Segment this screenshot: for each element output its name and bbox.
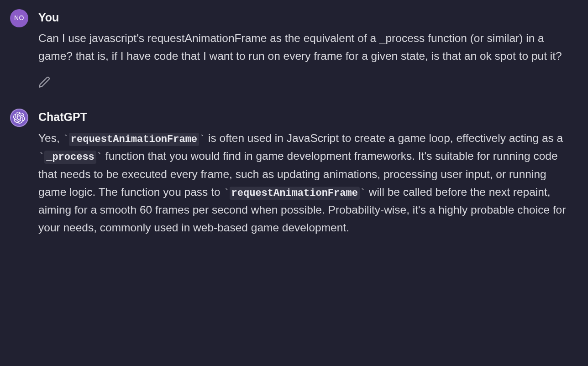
backtick: ` — [199, 134, 205, 145]
backtick: ` — [223, 188, 229, 199]
user-message-content: You Can I use javascript's requestAnimat… — [38, 8, 577, 93]
text-segment: Yes, — [38, 132, 63, 144]
assistant-message-content: ChatGPT Yes, `requestAnimationFrame` is … — [38, 108, 577, 237]
text-segment: is often used in JavaScript to create a … — [205, 132, 563, 144]
assistant-message: ChatGPT Yes, `requestAnimationFrame` is … — [10, 108, 578, 237]
backtick: ` — [360, 188, 366, 199]
openai-logo-icon — [13, 112, 25, 124]
inline-code: _process — [44, 151, 96, 164]
backtick: ` — [38, 152, 44, 163]
user-avatar: NO — [10, 9, 28, 27]
assistant-message-text: Yes, `requestAnimationFrame` is often us… — [38, 130, 577, 237]
inline-code: requestAnimationFrame — [69, 133, 199, 146]
user-message: NO You Can I use javascript's requestAni… — [10, 8, 578, 93]
inline-code: requestAnimationFrame — [230, 187, 360, 200]
avatar-initials: NO — [14, 13, 24, 23]
edit-icon[interactable] — [38, 75, 50, 87]
user-message-text: Can I use javascript's requestAnimationF… — [38, 30, 577, 65]
backtick: ` — [96, 152, 102, 163]
backtick: ` — [63, 134, 69, 145]
message-actions — [38, 75, 577, 94]
assistant-avatar — [10, 109, 28, 127]
user-author-label: You — [38, 8, 577, 27]
assistant-author-label: ChatGPT — [38, 108, 577, 126]
